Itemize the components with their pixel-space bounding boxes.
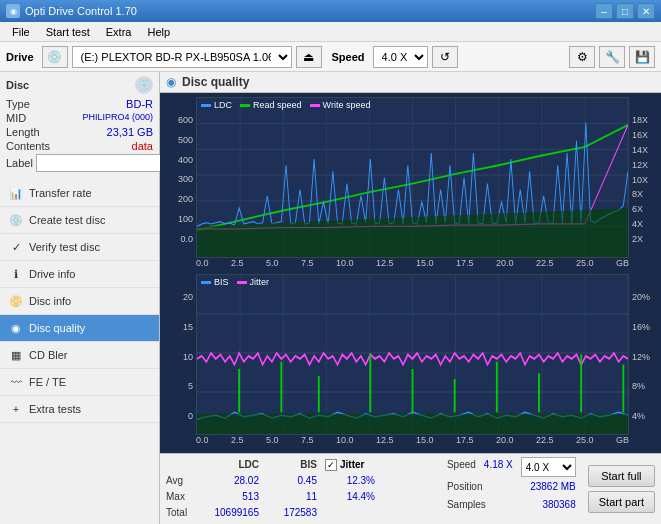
position-label: Position <box>447 479 483 495</box>
ldc-legend: LDC <box>201 100 232 110</box>
nav-verify-test-label: Verify test disc <box>29 241 100 253</box>
chart-header-icon: ◉ <box>166 75 176 89</box>
bis-legend: BIS <box>201 277 229 287</box>
jitter-col-header: Jitter <box>340 457 364 473</box>
total-label: Total <box>166 505 201 521</box>
avg-bis: 0.45 <box>267 473 317 489</box>
nav-item-drive-info[interactable]: ℹ Drive info <box>0 261 159 288</box>
disc-info-icon: 📀 <box>8 293 24 309</box>
stats-total-row: Total 10699165 172583 <box>166 505 435 521</box>
nav-extra-tests-label: Extra tests <box>29 403 81 415</box>
max-ldc: 513 <box>209 489 259 505</box>
position-value: 23862 MB <box>530 479 576 495</box>
nav-item-cd-bler[interactable]: ▦ CD Bler <box>0 342 159 369</box>
jitter-legend-label: Jitter <box>250 277 270 287</box>
write-speed-legend-dot <box>310 104 320 107</box>
nav-item-create-test-disc[interactable]: 💿 Create test disc <box>0 207 159 234</box>
bottom-y-axis-right: 20% 16% 12% 8% 4% <box>629 274 657 435</box>
stats-header-row: LDC BIS ✓ Jitter <box>166 457 435 473</box>
mid-label: MID <box>6 112 26 124</box>
verify-test-disc-icon: ✓ <box>8 239 24 255</box>
save-button[interactable]: 💾 <box>629 46 655 68</box>
length-label: Length <box>6 126 40 138</box>
refresh-button[interactable]: ↺ <box>432 46 458 68</box>
minimize-button[interactable]: – <box>595 3 613 19</box>
charts-container: 600 500 400 300 200 100 0.0 <box>160 93 661 453</box>
start-buttons: Start full Start part <box>582 454 661 524</box>
menu-file[interactable]: File <box>4 24 38 40</box>
jitter-legend: Jitter <box>237 277 270 287</box>
create-test-disc-icon: 💿 <box>8 212 24 228</box>
drive-label: Drive <box>6 51 34 63</box>
drive-select[interactable]: (E:) PLEXTOR BD-R PX-LB950SA 1.06 <box>72 46 292 68</box>
maximize-button[interactable]: □ <box>616 3 634 19</box>
nav-item-extra-tests[interactable]: + Extra tests <box>0 396 159 423</box>
nav-fe-te-label: FE / TE <box>29 376 66 388</box>
eject-button[interactable]: ⏏ <box>296 46 322 68</box>
bis-legend-dot <box>201 281 211 284</box>
top-x-axis: 0.0 2.5 5.0 7.5 10.0 12.5 15.0 17.5 20.0… <box>164 258 657 272</box>
label-input[interactable] <box>36 154 169 172</box>
disc-header: Disc <box>6 79 29 91</box>
menu-help[interactable]: Help <box>139 24 178 40</box>
speed-stat-value: 4.18 X <box>484 457 513 477</box>
nav-cd-bler-label: CD Bler <box>29 349 68 361</box>
menu-start-test[interactable]: Start test <box>38 24 98 40</box>
jitter-checkbox[interactable]: ✓ <box>325 459 337 471</box>
chart-title: Disc quality <box>182 75 249 89</box>
position-row: Position 23862 MB <box>447 479 576 495</box>
top-chart-svg <box>197 98 628 257</box>
nav-item-fe-te[interactable]: 〰 FE / TE <box>0 369 159 396</box>
menu-extra[interactable]: Extra <box>98 24 140 40</box>
mid-value: PHILIPRO4 (000) <box>82 112 153 124</box>
speed-stat-select[interactable]: 4.0 X <box>521 457 576 477</box>
settings-button[interactable]: ⚙ <box>569 46 595 68</box>
bottom-chart-svg <box>197 275 628 434</box>
disc-quality-icon: ◉ <box>8 320 24 336</box>
nav-item-disc-info[interactable]: 📀 Disc info <box>0 288 159 315</box>
read-speed-legend: Read speed <box>240 100 302 110</box>
max-jitter: 14.4% <box>325 489 375 505</box>
bottom-y-axis-left: 20 15 10 5 0 <box>164 274 196 435</box>
ldc-legend-label: LDC <box>214 100 232 110</box>
ldc-col-header: LDC <box>209 457 259 473</box>
speed-select[interactable]: 4.0 X <box>373 46 428 68</box>
svg-marker-29 <box>197 414 628 434</box>
ldc-legend-dot <box>201 104 211 107</box>
nav-drive-info-label: Drive info <box>29 268 75 280</box>
close-button[interactable]: ✕ <box>637 3 655 19</box>
title-bar: ◉ Opti Drive Control 1.70 – □ ✕ <box>0 0 661 22</box>
start-part-button[interactable]: Start part <box>588 491 655 513</box>
avg-label: Avg <box>166 473 201 489</box>
top-y-axis-left: 600 500 400 300 200 100 0.0 <box>164 97 196 258</box>
transfer-rate-icon: 📊 <box>8 185 24 201</box>
nav-disc-info-label: Disc info <box>29 295 71 307</box>
jitter-legend-dot <box>237 281 247 284</box>
top-chart-plot: LDC Read speed Write speed <box>196 97 629 258</box>
menu-bar: File Start test Extra Help <box>0 22 661 42</box>
jitter-header: ✓ Jitter <box>325 457 405 473</box>
nav-item-verify-test-disc[interactable]: ✓ Verify test disc <box>0 234 159 261</box>
speed-stat-label: Speed <box>447 457 476 477</box>
avg-ldc: 28.02 <box>209 473 259 489</box>
samples-value: 380368 <box>542 497 575 513</box>
max-label: Max <box>166 489 201 505</box>
nav-item-transfer-rate[interactable]: 📊 Transfer rate <box>0 180 159 207</box>
contents-label: Contents <box>6 140 50 152</box>
bottom-chart-plot: BIS Jitter <box>196 274 629 435</box>
tool-button[interactable]: 🔧 <box>599 46 625 68</box>
avg-jitter: 12.3% <box>325 473 375 489</box>
nav-create-test-label: Create test disc <box>29 214 105 226</box>
content-area: ◉ Disc quality 600 500 400 300 200 100 0… <box>160 72 661 524</box>
type-value: BD-R <box>126 98 153 110</box>
write-speed-legend-label: Write speed <box>323 100 371 110</box>
nav-item-disc-quality[interactable]: ◉ Disc quality <box>0 315 159 342</box>
right-stats: Speed 4.18 X 4.0 X Position 23862 MB Sam… <box>441 454 582 524</box>
bottom-chart: 20 15 10 5 0 BIS <box>164 274 657 449</box>
speed-row: Speed 4.18 X 4.0 X <box>447 457 576 477</box>
drive-info-icon: ℹ <box>8 266 24 282</box>
start-full-button[interactable]: Start full <box>588 465 655 487</box>
nav-transfer-rate-label: Transfer rate <box>29 187 92 199</box>
stats-table: LDC BIS ✓ Jitter Avg 28.02 0.45 12.3% <box>160 454 441 524</box>
write-speed-legend: Write speed <box>310 100 371 110</box>
